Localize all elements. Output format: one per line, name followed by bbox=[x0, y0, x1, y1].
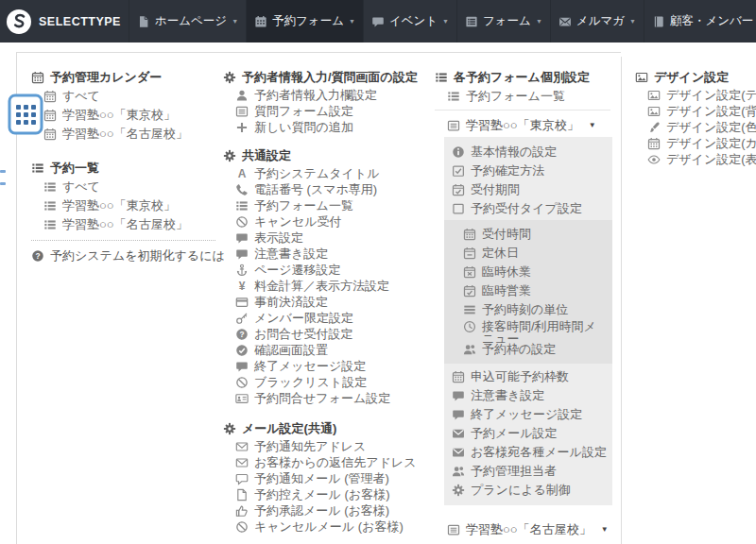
menu-item[interactable]: 学習塾○○「名古屋校」 bbox=[43, 125, 220, 144]
menu-item[interactable]: 学習塾○○「東京校」 bbox=[43, 106, 220, 125]
menu-item[interactable]: 学習塾○○「名古屋校」 bbox=[43, 215, 220, 234]
menu-item[interactable]: 表示設定 bbox=[235, 230, 429, 246]
nav-tab-mailmagazine[interactable]: メルマガ ▼ bbox=[550, 0, 644, 42]
menu-item[interactable]: 基本情報の設定 bbox=[452, 143, 612, 162]
gear-icon bbox=[452, 484, 465, 497]
nav-tab-customers-members[interactable]: 顧客・メンバー ▼ bbox=[644, 0, 756, 42]
menu-item[interactable]: ブラックリスト設定 bbox=[235, 374, 429, 390]
comment-icon bbox=[452, 389, 465, 402]
calendar-icon bbox=[463, 228, 476, 241]
gear-icon bbox=[223, 422, 236, 435]
menu-item[interactable]: デザイン設定(カレ bbox=[647, 135, 756, 151]
menu-column-common-settings: 予約者情報入力/質問画面の設定 予約者情報入力欄設定 質問フォーム設定 新しい質… bbox=[223, 68, 429, 535]
caret-down-icon: ▼ bbox=[349, 18, 355, 25]
square-icon bbox=[452, 202, 465, 215]
menu-item[interactable]: キャンセルメール (お客様) bbox=[235, 518, 429, 535]
section-title-reservation-list[interactable]: 予約一覧 bbox=[31, 159, 220, 178]
address-book-icon bbox=[652, 15, 665, 28]
menu-item[interactable]: 予約フォーム一覧 bbox=[447, 87, 614, 106]
envelope-icon bbox=[452, 446, 465, 459]
divider bbox=[435, 110, 610, 110]
menu-item[interactable]: A予約システムタイトル bbox=[235, 165, 429, 181]
dotted-divider bbox=[31, 240, 215, 241]
panel-top-border bbox=[16, 52, 621, 53]
menu-item[interactable]: メンバー限定設定 bbox=[235, 310, 429, 326]
menu-item[interactable]: 注意書き設定 bbox=[452, 386, 612, 405]
menu-item[interactable]: お問合せ受付設定 bbox=[235, 326, 429, 342]
menu-item[interactable]: 定休日 bbox=[463, 244, 609, 263]
menu-item[interactable]: お客様宛各種メール設定 bbox=[452, 443, 612, 462]
school-submenu: 基本情報の設定 予約確定方法 受付期間 予約受付タイプ設定 受付時間 定休日 臨… bbox=[444, 137, 612, 505]
menu-item[interactable]: 予約通知メール (管理者) bbox=[235, 470, 429, 486]
credit-card-icon bbox=[235, 296, 249, 309]
menu-item[interactable]: 終了メッセージ設定 bbox=[235, 358, 429, 374]
menu-item[interactable]: キャンセル受付 bbox=[235, 213, 429, 230]
menu-item[interactable]: 申込可能予約枠数 bbox=[452, 367, 612, 386]
anchor-icon bbox=[235, 264, 249, 277]
menu-item[interactable]: 受付期間 bbox=[452, 180, 612, 199]
menu-item[interactable]: 受付時間 bbox=[463, 225, 609, 244]
menu-item[interactable]: デザイン設定(色） bbox=[647, 119, 756, 135]
menu-item[interactable]: 終了メッセージ設定 bbox=[452, 405, 612, 424]
menu-item[interactable]: 質問フォーム設定 bbox=[235, 103, 429, 119]
menu-item[interactable]: 新しい質問の追加 bbox=[235, 119, 429, 135]
menu-item[interactable]: 接客時間/利用時間メニュー bbox=[463, 319, 609, 340]
section-title-reservation-calendar[interactable]: 予約管理カレンダー bbox=[31, 68, 220, 87]
menu-item[interactable]: 臨時休業 bbox=[463, 263, 609, 281]
nav-tab-event[interactable]: イベント ▼ bbox=[363, 0, 456, 42]
menu-item[interactable]: 予約承認メール (お客様) bbox=[235, 502, 429, 518]
menu-item[interactable]: すべて bbox=[43, 178, 220, 196]
menu-item[interactable]: デザイン設定(テー bbox=[647, 87, 756, 103]
menu-item[interactable]: デザイン設定(表示 bbox=[647, 151, 756, 167]
check-square-icon bbox=[452, 164, 465, 178]
caret-down-icon: ▼ bbox=[629, 18, 636, 25]
menu-item[interactable]: 臨時営業 bbox=[463, 281, 609, 300]
menu-item[interactable]: 電話番号 (スマホ専用) bbox=[235, 181, 429, 197]
list-icon bbox=[31, 162, 44, 175]
form-icon bbox=[465, 15, 478, 28]
envelope-icon bbox=[235, 440, 249, 453]
brand-logo[interactable]: SELECTTYPE bbox=[0, 0, 129, 42]
brand-name: SELECTTYPE bbox=[39, 15, 121, 28]
menu-item[interactable]: 事前決済設定 bbox=[235, 294, 429, 310]
menu-item[interactable]: デザイン設定(背景 bbox=[647, 103, 756, 119]
comment-icon bbox=[235, 360, 249, 373]
clock-icon bbox=[463, 320, 476, 333]
school-toggle-tokyo[interactable]: 学習塾○○「東京校」 ▼ bbox=[447, 114, 614, 137]
menu-item[interactable]: 注意書き設定 bbox=[235, 246, 429, 262]
nav-tab-form[interactable]: フォーム ▼ bbox=[456, 0, 550, 42]
menu-item[interactable]: ページ遷移設定 bbox=[235, 262, 429, 278]
nav-tab-reservation-form[interactable]: 予約フォーム ▼ bbox=[246, 0, 363, 42]
menu-item[interactable]: 予約通知先アドレス bbox=[235, 438, 429, 454]
menu-item[interactable]: 予約メール設定 bbox=[452, 424, 612, 443]
init-help-link[interactable]: 予約システムを初期化するには bbox=[31, 246, 220, 265]
calendar-icon bbox=[43, 90, 57, 103]
menu-item[interactable]: お客様からの返信先アドレス bbox=[235, 454, 429, 470]
comment-icon bbox=[235, 247, 249, 261]
menu-item[interactable]: 学習塾○○「東京校」 bbox=[43, 196, 220, 215]
menu-item[interactable]: 予約受付タイプ設定 bbox=[452, 199, 612, 218]
menu-item[interactable]: すべて bbox=[43, 87, 220, 106]
letter-a-icon: A bbox=[235, 167, 249, 180]
nav-tab-homepage[interactable]: ホームページ ▼ bbox=[129, 0, 246, 42]
user-icon bbox=[235, 89, 249, 102]
menu-item[interactable]: 確認画面設置 bbox=[235, 342, 429, 358]
menu-item[interactable]: 予約管理担当者 bbox=[452, 462, 612, 481]
menu-item[interactable]: 予約問合せフォーム設定 bbox=[235, 390, 429, 406]
list-icon bbox=[447, 90, 460, 103]
check-circle-icon bbox=[235, 344, 249, 357]
calendar-icon bbox=[43, 109, 57, 122]
school-toggle-nagoya[interactable]: 学習塾○○「名古屋校」 ▼ bbox=[447, 518, 614, 541]
menu-item[interactable]: 予約フォーム一覧 bbox=[235, 197, 429, 213]
image-icon bbox=[647, 105, 661, 118]
caret-down-icon: ▼ bbox=[232, 18, 238, 25]
menu-item[interactable]: 予約確定方法 bbox=[452, 162, 612, 180]
menu-item[interactable]: ¥料金計算／表示方法設定 bbox=[235, 278, 429, 294]
menu-item[interactable]: 予約者情報入力欄設定 bbox=[235, 87, 429, 103]
phone-icon bbox=[235, 183, 249, 196]
menu-item[interactable]: プランによる制御 bbox=[452, 481, 612, 500]
menu-item[interactable]: 予約控えメール (お客様) bbox=[235, 486, 429, 502]
menu-item[interactable]: 予約時刻の単位 bbox=[463, 300, 609, 319]
list-icon bbox=[43, 218, 57, 231]
form-icon bbox=[447, 523, 460, 536]
